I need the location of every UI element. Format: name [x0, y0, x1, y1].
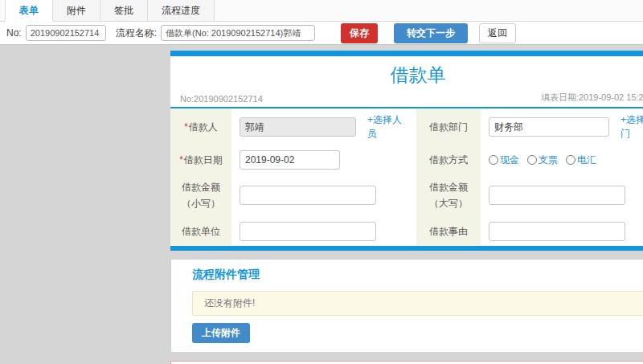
amount-uppercase-label: 借款金额（大写） — [416, 174, 481, 217]
loan-form-grid: *借款人 +选择人员 借款部门 +选择部门 *借款日期 借款方式 — [170, 108, 643, 251]
attachments-section-title: 流程附件管理 — [192, 268, 643, 282]
amount-uppercase-input[interactable] — [489, 186, 625, 205]
loan-unit-cell — [231, 217, 416, 246]
command-bar: No: 流程名称: 保存 转交下一步 返回 — [0, 22, 643, 45]
tab-form[interactable]: 表单 — [5, 0, 53, 22]
forward-next-step-button[interactable]: 转交下一步 — [394, 23, 468, 43]
form-bottom-accent-bar — [170, 246, 643, 251]
no-label: No: — [6, 27, 22, 39]
form-top-accent-bar — [170, 51, 643, 56]
method-wire-option[interactable]: 电汇 — [566, 153, 596, 167]
loan-unit-label: 借款单位 — [170, 217, 231, 246]
loan-date-input[interactable] — [240, 150, 340, 170]
amount-uppercase-cell — [481, 174, 643, 217]
amount-lowercase-label: 借款金额（小写） — [170, 174, 231, 217]
loan-date-cell — [231, 145, 416, 174]
save-button[interactable]: 保存 — [341, 23, 378, 43]
select-department-link[interactable]: +选择部门 — [620, 113, 643, 141]
form-title: 借款单 — [170, 56, 643, 92]
department-label: 借款部门 — [416, 108, 481, 145]
form-date-text: 填表日期:2019-09-02 15:27:1 — [541, 92, 643, 104]
loan-method-cell: 现金 支票 电汇 — [481, 145, 643, 174]
amount-lowercase-cell — [231, 174, 416, 217]
form-meta-row: No:20190902152714 填表日期:2019-09-02 15:27:… — [170, 92, 643, 108]
main-area: 借款单 No:20190902152714 填表日期:2019-09-02 15… — [0, 45, 643, 364]
form-no-text: No:20190902152714 — [180, 94, 263, 104]
loan-reason-cell — [481, 217, 643, 246]
loan-date-label: *借款日期 — [170, 145, 231, 174]
loan-unit-input[interactable] — [240, 222, 376, 241]
process-name-label: 流程名称: — [116, 27, 157, 40]
method-cash-option[interactable]: 现金 — [489, 153, 519, 167]
loan-form-card: 借款单 No:20190902152714 填表日期:2019-09-02 15… — [170, 51, 643, 251]
department-cell: +选择部门 — [481, 108, 643, 145]
amount-lowercase-input[interactable] — [240, 186, 376, 205]
loan-method-label: 借款方式 — [416, 145, 481, 174]
borrower-label: *借款人 — [170, 108, 231, 145]
tab-process-progress[interactable]: 流程进度 — [148, 0, 215, 21]
required-asterisk: * — [179, 154, 183, 166]
borrower-cell: +选择人员 — [231, 108, 416, 145]
select-person-link[interactable]: +选择人员 — [367, 113, 408, 141]
required-asterisk: * — [184, 121, 188, 133]
upload-attachment-button[interactable]: 上传附件 — [192, 323, 250, 343]
loan-reason-input[interactable] — [489, 222, 625, 241]
tab-approval[interactable]: 签批 — [100, 0, 148, 21]
attachments-card: 流程附件管理 还没有附件! 上传附件 — [170, 259, 643, 353]
process-name-input[interactable] — [161, 25, 315, 41]
method-cheque-option[interactable]: 支票 — [527, 153, 558, 167]
tab-attachments[interactable]: 附件 — [53, 0, 100, 21]
cheque-radio[interactable] — [527, 155, 537, 165]
back-button[interactable]: 返回 — [479, 23, 516, 43]
wire-transfer-radio[interactable] — [566, 155, 575, 165]
cash-radio[interactable] — [489, 155, 498, 165]
tab-bar: 表单 附件 签批 流程进度 — [0, 0, 643, 22]
no-attachments-alert: 还没有附件! — [192, 291, 643, 316]
borrower-input[interactable] — [240, 117, 356, 137]
approval-card: 流程签批意见 B I abc — [170, 361, 643, 364]
loan-reason-label: 借款事由 — [416, 217, 481, 246]
no-input[interactable] — [26, 25, 106, 41]
department-input[interactable] — [489, 117, 609, 137]
